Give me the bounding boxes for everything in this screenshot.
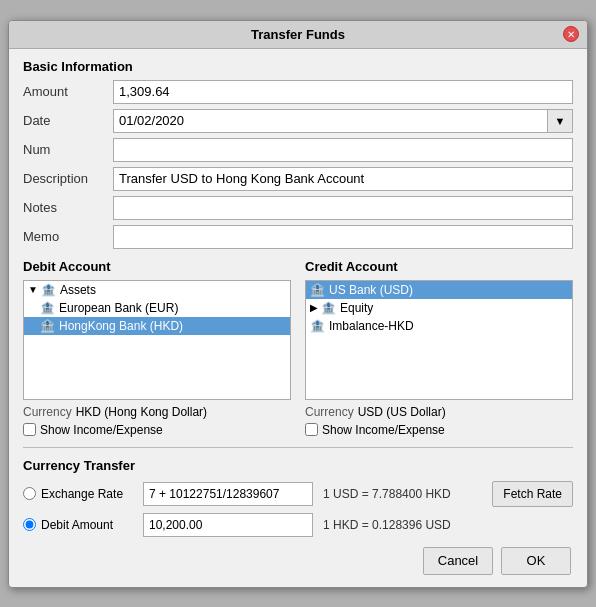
credit-currency-value: USD (US Dollar) [358, 405, 446, 419]
bottom-buttons: Cancel OK [23, 547, 573, 575]
debit-account-tree[interactable]: ▼ 🏦 Assets 🏦 European Bank (EUR) 🏦 HongK… [23, 280, 291, 400]
debit-show-income-row: Show Income/Expense [23, 423, 291, 437]
notes-row: Notes [23, 196, 573, 220]
tree-item-label: Imbalance-HKD [329, 319, 414, 333]
date-input[interactable] [113, 109, 547, 133]
credit-currency-row: Currency USD (US Dollar) [305, 405, 573, 419]
bank-icon: 🏦 [40, 301, 55, 315]
description-row: Description [23, 167, 573, 191]
debit-show-income-checkbox[interactable] [23, 423, 36, 436]
credit-tree-item-us-bank[interactable]: 🏦 US Bank (USD) [306, 281, 572, 299]
tree-item-label: European Bank (EUR) [59, 301, 178, 315]
debit-currency-value: HKD (Hong Kong Dollar) [76, 405, 207, 419]
num-row: Num [23, 138, 573, 162]
debit-account-heading: Debit Account [23, 259, 291, 274]
memo-input[interactable] [113, 225, 573, 249]
date-wrapper: ▼ [113, 109, 573, 133]
memo-label: Memo [23, 229, 113, 244]
tree-item-label: Equity [340, 301, 373, 315]
divider [23, 447, 573, 448]
tree-item-label: HongKong Bank (HKD) [59, 319, 183, 333]
debit-amount-label: Debit Amount [41, 518, 113, 532]
bank-icon: 🏦 [41, 283, 56, 297]
close-button[interactable]: ✕ [563, 26, 579, 42]
basic-info-heading: Basic Information [23, 59, 573, 74]
exchange-rate-label: Exchange Rate [41, 487, 123, 501]
exchange-rate-row: Exchange Rate 1 USD = 7.788400 HKD Fetch… [23, 481, 573, 507]
credit-tree-item-equity[interactable]: ▶ 🏦 Equity [306, 299, 572, 317]
date-row: Date ▼ [23, 109, 573, 133]
num-label: Num [23, 142, 113, 157]
debit-currency-row: Currency HKD (Hong Kong Dollar) [23, 405, 291, 419]
debit-amount-input[interactable] [143, 513, 313, 537]
credit-show-income-row: Show Income/Expense [305, 423, 573, 437]
currency-transfer-section: Exchange Rate 1 USD = 7.788400 HKD Fetch… [23, 481, 573, 537]
arrow-icon: ▼ [28, 284, 38, 295]
bank-icon: 🏦 [321, 301, 336, 315]
bank-icon: 🏦 [40, 319, 55, 333]
credit-tree-item-imbalance[interactable]: 🏦 Imbalance-HKD [306, 317, 572, 335]
notes-input[interactable] [113, 196, 573, 220]
exchange-rate-radio[interactable] [23, 487, 36, 500]
debit-account-col: Debit Account ▼ 🏦 Assets 🏦 European Bank… [23, 259, 291, 437]
debit-amount-display: 1 HKD = 0.128396 USD [313, 518, 461, 532]
description-label: Description [23, 171, 113, 186]
amount-label: Amount [23, 84, 113, 99]
debit-amount-radio[interactable] [23, 518, 36, 531]
amount-input[interactable] [113, 80, 573, 104]
debit-show-income-label: Show Income/Expense [40, 423, 163, 437]
currency-transfer-heading: Currency Transfer [23, 458, 573, 473]
credit-account-tree[interactable]: 🏦 US Bank (USD) ▶ 🏦 Equity 🏦 Imbalance-H… [305, 280, 573, 400]
num-input[interactable] [113, 138, 573, 162]
credit-account-heading: Credit Account [305, 259, 573, 274]
debit-amount-row: Debit Amount 1 HKD = 0.128396 USD [23, 513, 573, 537]
date-label: Date [23, 113, 113, 128]
bank-icon: 🏦 [310, 283, 325, 297]
exchange-rate-input[interactable] [143, 482, 313, 506]
accounts-section: Debit Account ▼ 🏦 Assets 🏦 European Bank… [23, 259, 573, 437]
credit-show-income-checkbox[interactable] [305, 423, 318, 436]
debit-amount-radio-wrapper: Debit Amount [23, 518, 143, 532]
description-input[interactable] [113, 167, 573, 191]
credit-show-income-label: Show Income/Expense [322, 423, 445, 437]
amount-row: Amount [23, 80, 573, 104]
debit-currency-label: Currency [23, 405, 72, 419]
dialog-title: Transfer Funds [251, 27, 345, 42]
notes-label: Notes [23, 200, 113, 215]
debit-tree-item-hongkong-bank[interactable]: 🏦 HongKong Bank (HKD) [24, 317, 290, 335]
date-picker-button[interactable]: ▼ [547, 109, 573, 133]
exchange-rate-display: 1 USD = 7.788400 HKD [313, 487, 492, 501]
fetch-rate-button[interactable]: Fetch Rate [492, 481, 573, 507]
debit-tree-item-assets[interactable]: ▼ 🏦 Assets [24, 281, 290, 299]
debit-tree-item-european-bank[interactable]: 🏦 European Bank (EUR) [24, 299, 290, 317]
transfer-funds-dialog: Transfer Funds ✕ Basic Information Amoun… [8, 20, 588, 588]
tree-item-label: US Bank (USD) [329, 283, 413, 297]
ok-button[interactable]: OK [501, 547, 571, 575]
credit-currency-label: Currency [305, 405, 354, 419]
tree-item-label: Assets [60, 283, 96, 297]
memo-row: Memo [23, 225, 573, 249]
arrow-icon: ▶ [310, 302, 318, 313]
bank-icon: 🏦 [310, 319, 325, 333]
exchange-rate-radio-wrapper: Exchange Rate [23, 487, 143, 501]
cancel-button[interactable]: Cancel [423, 547, 493, 575]
title-bar: Transfer Funds ✕ [9, 21, 587, 49]
credit-account-col: Credit Account 🏦 US Bank (USD) ▶ 🏦 Equit… [305, 259, 573, 437]
